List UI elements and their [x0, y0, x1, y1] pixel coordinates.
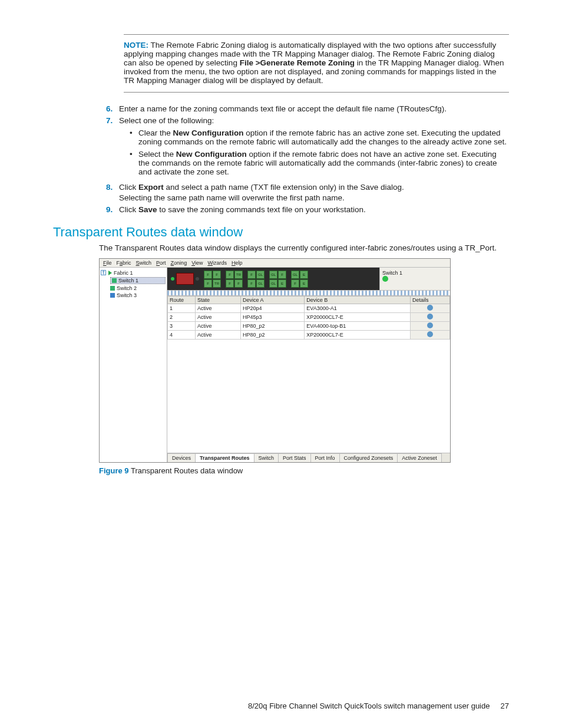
- section-heading: Transparent Routes data window: [53, 225, 509, 240]
- switch-graphic: [176, 273, 194, 285]
- bullet-2-pre: Select the: [138, 150, 176, 159]
- led-icon: [171, 277, 174, 281]
- tab-port-info[interactable]: Port Info: [310, 453, 340, 462]
- note-label: NOTE:: [124, 41, 148, 50]
- bullet-2-bold: New Configuration: [176, 150, 247, 159]
- menu-zoning[interactable]: Zoning: [171, 260, 187, 266]
- details-icon[interactable]: [427, 305, 433, 311]
- note-box: NOTE: The Remote Fabric Zoning dialog is…: [124, 34, 509, 93]
- section-text: The Transparent Routes data window displ…: [99, 243, 509, 252]
- step-7-bullets: Clear the New Configuration option if th…: [119, 129, 509, 176]
- tab-devices[interactable]: Devices: [167, 453, 196, 462]
- menu-view[interactable]: View: [191, 260, 203, 266]
- port-cell[interactable]: F: [278, 271, 286, 279]
- key-icon: ⚿: [101, 269, 107, 276]
- port-cell[interactable]: GL: [291, 271, 299, 279]
- port-cell[interactable]: F: [204, 271, 212, 279]
- port-cell[interactable]: GL: [269, 271, 277, 279]
- tree-item-3-label: Switch 3: [117, 292, 137, 298]
- page-number: 27: [501, 701, 509, 710]
- app-window: File Fabric Switch Port Zoning View Wiza…: [99, 258, 451, 463]
- tree-item-switch1[interactable]: Switch 1: [110, 277, 166, 284]
- table-row[interactable]: 2ActiveHP45p3XP20000CL7-E: [168, 313, 450, 322]
- step-8-post: and select a path name (TXT file extensi…: [164, 183, 404, 192]
- step-8-bold: Export: [138, 183, 164, 192]
- col-route[interactable]: Route: [168, 297, 196, 304]
- step-9-post: to save the zoning commands text file on…: [157, 205, 366, 214]
- tab-configured-zonesets[interactable]: Configured Zonesets: [339, 453, 398, 462]
- note-bold: File >Generate Remote Zoning: [240, 58, 355, 67]
- step-num-6: 6.: [106, 104, 119, 113]
- step-6-text: Enter a name for the zoning commands tex…: [119, 104, 509, 113]
- step-num-8: 8.: [106, 183, 119, 202]
- col-details[interactable]: Details: [411, 297, 450, 304]
- port-cell[interactable]: E: [300, 279, 308, 288]
- details-icon[interactable]: [427, 322, 433, 328]
- tree-item-switch3[interactable]: Switch 3: [110, 292, 166, 298]
- status-panel: Switch 1: [379, 268, 450, 290]
- table-row[interactable]: 3ActiveHP80_p2EVA4000-top-B1: [168, 322, 450, 331]
- tab-transparent-routes[interactable]: Transparent Routes: [195, 453, 254, 462]
- table-row[interactable]: 4ActiveHP80_p2XP20000CL7-E: [168, 331, 450, 340]
- divider: [167, 290, 450, 295]
- figure-caption: Figure 9 Transparent Routes data window: [99, 466, 509, 475]
- col-device-b[interactable]: Device B: [305, 297, 411, 304]
- port-cell[interactable]: E: [300, 271, 308, 279]
- port-cell[interactable]: GL: [256, 271, 265, 279]
- col-state[interactable]: State: [196, 297, 241, 304]
- routes-table-area: Route State Device A Device B Details 1A…: [167, 295, 450, 453]
- figure-label: Figure 9: [99, 466, 129, 475]
- port-cell[interactable]: TR: [234, 271, 243, 279]
- port-cell[interactable]: F: [226, 271, 234, 279]
- status-label: Switch 1: [382, 270, 448, 276]
- port-cell[interactable]: F: [247, 271, 256, 279]
- menu-port[interactable]: Port: [156, 260, 166, 266]
- switch-icon: [112, 278, 117, 283]
- step-num-7: 7.: [106, 116, 119, 180]
- port-cell[interactable]: F: [226, 279, 234, 288]
- menu-help[interactable]: Help: [232, 260, 243, 266]
- table-row[interactable]: 1ActiveHP20p4EVA3000-A1: [168, 304, 450, 313]
- menu-file[interactable]: File: [103, 260, 112, 266]
- menu-wizards[interactable]: Wizards: [208, 260, 227, 266]
- tree-item-switch2[interactable]: Switch 2: [110, 285, 166, 291]
- figure-text: Transparent Routes data window: [131, 466, 243, 475]
- menu-fabric[interactable]: Fabric: [117, 260, 131, 266]
- led-icon: [196, 277, 199, 281]
- port-cell[interactable]: TR: [213, 279, 221, 288]
- switch-icon: [110, 293, 115, 298]
- port-cell[interactable]: GL: [256, 279, 265, 288]
- port-strip: FF FTR FF TRF FF GLGL GLGL: [167, 268, 379, 290]
- bullet-1-pre: Clear the: [138, 129, 173, 137]
- port-cell[interactable]: F: [291, 279, 299, 288]
- col-device-a[interactable]: Device A: [241, 297, 305, 304]
- step-7-text: Select one of the following:: [119, 116, 214, 125]
- menu-switch[interactable]: Switch: [136, 260, 152, 266]
- tree-root[interactable]: ⚿ Fabric 1: [101, 269, 166, 276]
- port-cell[interactable]: F: [234, 279, 243, 288]
- step-list: 6. Enter a name for the zoning commands …: [106, 104, 509, 214]
- arrow-icon: [108, 271, 112, 275]
- tab-switch[interactable]: Switch: [254, 453, 279, 462]
- step-num-9: 9.: [106, 205, 119, 214]
- tree-item-1-label: Switch 1: [118, 278, 138, 284]
- port-cell[interactable]: F: [247, 279, 256, 288]
- page-footer: 8/20q Fibre Channel Switch QuickTools sw…: [248, 701, 509, 710]
- tab-active-zoneset[interactable]: Active Zoneset: [397, 453, 442, 462]
- step-9-bold: Save: [138, 205, 157, 214]
- details-icon[interactable]: [427, 314, 433, 319]
- step-8-pre: Click: [119, 183, 138, 192]
- tabs-row: Devices Transparent Routes Switch Port S…: [167, 453, 450, 462]
- details-icon[interactable]: [427, 331, 433, 337]
- tree-item-2-label: Switch 2: [117, 285, 137, 291]
- tab-port-stats[interactable]: Port Stats: [278, 453, 311, 462]
- port-cell[interactable]: F: [204, 279, 212, 288]
- port-cell[interactable]: F: [213, 271, 221, 279]
- port-cell[interactable]: E: [278, 279, 286, 288]
- port-cell[interactable]: GL: [269, 279, 277, 288]
- footer-text: 8/20q Fibre Channel Switch QuickTools sw…: [248, 701, 490, 710]
- menubar: File Fabric Switch Port Zoning View Wiza…: [100, 259, 450, 268]
- status-led-icon: [382, 276, 388, 282]
- bullet-1-bold: New Configuration: [173, 129, 244, 137]
- switch-icon: [110, 286, 115, 291]
